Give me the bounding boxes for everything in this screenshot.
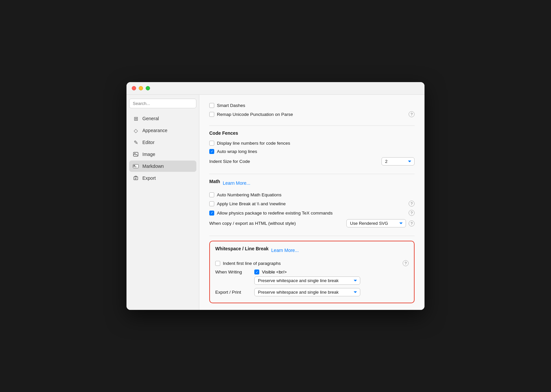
auto-wrap-label: Auto wrap long lines xyxy=(217,149,257,154)
html-export-label: When copy / export as HTML (without styl… xyxy=(209,221,296,226)
display-line-numbers-checkbox[interactable] xyxy=(209,141,214,146)
indent-first-row: Indent first line of paragraphs ? xyxy=(215,259,409,268)
divider-3 xyxy=(209,236,415,236)
sidebar-item-editor[interactable]: ✎ Editor xyxy=(129,137,196,148)
auto-numbering-checkbox[interactable] xyxy=(209,192,214,197)
export-print-row: Export / Print Preserve whitespace and s… xyxy=(215,286,409,298)
smart-dashes-label: Smart Dashes xyxy=(217,103,245,108)
sidebar: ⊞ General ◇ Appearance ✎ Editor xyxy=(126,95,199,310)
code-fences-section: Code Fences Display line numbers for cod… xyxy=(209,130,415,167)
when-writing-row: When Writing Visible <br/> Preserve whit… xyxy=(215,268,409,286)
image-icon xyxy=(132,151,139,158)
when-writing-select[interactable]: Preserve whitespace and single line brea… xyxy=(254,276,360,285)
math-title: Math xyxy=(209,179,220,184)
close-button[interactable] xyxy=(132,86,136,90)
sidebar-item-export[interactable]: Export xyxy=(129,172,196,184)
remap-unicode-checkbox[interactable] xyxy=(209,112,214,117)
remap-unicode-label: Remap Unicode Punctuation on Parse xyxy=(217,112,293,117)
when-writing-right: Visible <br/> Preserve whitespace and si… xyxy=(254,270,360,285)
visible-br-row: Visible <br/> xyxy=(254,270,360,274)
auto-numbering-row: Auto Numbering Math Equations xyxy=(209,191,415,199)
html-export-help-icon[interactable]: ? xyxy=(409,220,415,226)
sidebar-item-appearance[interactable]: ◇ Appearance xyxy=(129,125,196,136)
display-line-numbers-label: Display line numbers for code fences xyxy=(217,141,290,146)
remap-unicode-help-icon[interactable]: ? xyxy=(409,111,415,117)
code-fences-title: Code Fences xyxy=(209,130,415,136)
indent-first-help-icon[interactable]: ? xyxy=(403,260,409,266)
indent-first-checkbox[interactable] xyxy=(215,261,220,266)
smart-dashes-checkbox[interactable] xyxy=(209,103,214,108)
allow-physics-checkbox[interactable] xyxy=(209,211,214,216)
sidebar-label-export: Export xyxy=(142,175,156,181)
top-checkboxes-section: Smart Dashes Remap Unicode Punctuation o… xyxy=(209,101,415,119)
html-export-select[interactable]: Use Rendered SVG Use MathML Use SVG xyxy=(346,219,406,227)
auto-numbering-label: Auto Numbering Math Equations xyxy=(217,192,281,197)
divider-2 xyxy=(209,174,415,174)
auto-wrap-checkbox[interactable] xyxy=(209,149,214,154)
allow-physics-help-icon[interactable]: ? xyxy=(409,210,415,216)
svg-point-1 xyxy=(134,153,135,154)
sidebar-item-general[interactable]: ⊞ General xyxy=(129,113,196,124)
markdown-icon: M↓ xyxy=(132,163,139,170)
sidebar-item-markdown[interactable]: M↓ Markdown xyxy=(129,161,196,172)
export-icon xyxy=(132,175,139,181)
sidebar-label-editor: Editor xyxy=(142,140,155,145)
divider-1 xyxy=(209,125,415,126)
when-writing-label: When Writing xyxy=(215,270,252,274)
export-print-select[interactable]: Preserve whitespace and single line brea… xyxy=(254,288,360,296)
display-line-numbers-row: Display line numbers for code fences xyxy=(209,139,415,147)
whitespace-section: Whitespace / Line Break Learn More... In… xyxy=(209,241,415,303)
indent-first-label: Indent first line of paragraphs xyxy=(223,261,281,266)
sidebar-label-general: General xyxy=(142,116,159,121)
window-body: ⊞ General ◇ Appearance ✎ Editor xyxy=(126,95,425,310)
search-input[interactable] xyxy=(129,99,196,108)
editor-icon: ✎ xyxy=(132,139,139,146)
apply-line-break-row: Apply Line Break at \\ and \newline ? xyxy=(209,199,415,208)
html-export-row: When copy / export as HTML (without styl… xyxy=(209,218,415,229)
export-print-label: Export / Print xyxy=(215,290,252,295)
maximize-button[interactable] xyxy=(146,86,150,90)
appearance-icon: ◇ xyxy=(132,127,139,134)
main-content: Smart Dashes Remap Unicode Punctuation o… xyxy=(199,95,425,310)
indent-size-select[interactable]: 2 1 4 xyxy=(381,157,415,166)
sidebar-label-markdown: Markdown xyxy=(142,164,164,169)
whitespace-learn-more-link[interactable]: Learn More... xyxy=(271,248,299,253)
minimize-button[interactable] xyxy=(139,86,143,90)
sidebar-item-image[interactable]: Image xyxy=(129,149,196,160)
indent-size-label: Indent Size for Code xyxy=(209,159,250,164)
sidebar-label-appearance: Appearance xyxy=(142,128,168,133)
apply-line-break-checkbox[interactable] xyxy=(209,201,214,206)
math-section: Math Learn More... Auto Numbering Math E… xyxy=(209,179,415,229)
allow-physics-label: Allow physics package to redefine existi… xyxy=(217,211,332,216)
allow-physics-row: Allow physics package to redefine existi… xyxy=(209,208,415,218)
auto-wrap-row: Auto wrap long lines xyxy=(209,147,415,156)
visible-br-checkbox[interactable] xyxy=(254,270,259,274)
visible-br-label: Visible <br/> xyxy=(262,270,287,274)
general-icon: ⊞ xyxy=(132,115,139,122)
whitespace-title: Whitespace / Line Break xyxy=(215,246,269,251)
apply-line-break-help-icon[interactable]: ? xyxy=(409,201,415,207)
remap-unicode-row: Remap Unicode Punctuation on Parse ? xyxy=(209,110,415,119)
preferences-window: ⊞ General ◇ Appearance ✎ Editor xyxy=(126,82,425,310)
smart-dashes-row: Smart Dashes xyxy=(209,101,415,110)
indent-size-row: Indent Size for Code 2 1 4 xyxy=(209,156,415,167)
titlebar xyxy=(126,82,425,95)
math-learn-more-link[interactable]: Learn More... xyxy=(223,180,250,186)
sidebar-label-image: Image xyxy=(142,152,155,157)
svg-text:M↓: M↓ xyxy=(133,165,137,168)
apply-line-break-label: Apply Line Break at \\ and \newline xyxy=(217,201,286,206)
